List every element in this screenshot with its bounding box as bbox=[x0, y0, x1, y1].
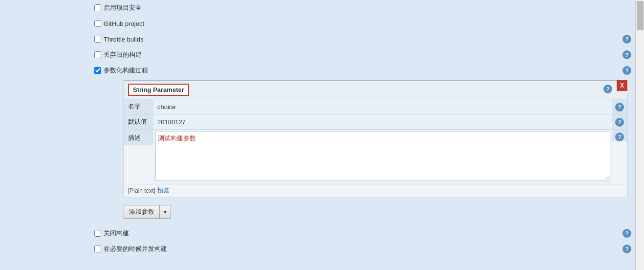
scrollbar[interactable] bbox=[635, 0, 644, 270]
disable-build-row: 关闭构建 ? bbox=[90, 225, 635, 241]
project-security-checkbox[interactable] bbox=[94, 4, 101, 11]
github-project-row: GitHub project bbox=[90, 16, 635, 31]
string-param-header: String Parameter X ? bbox=[124, 81, 627, 99]
param-section: String Parameter X ? 名字 ? bbox=[90, 78, 635, 225]
disable-build-help-icon[interactable]: ? bbox=[623, 229, 631, 238]
add-param-label: 添加参数 bbox=[124, 205, 160, 218]
discard-old-text: 丢弃旧的构建 bbox=[104, 50, 142, 59]
default-help-icon[interactable]: ? bbox=[612, 114, 627, 129]
discard-old-row: 丢弃旧的构建 ? bbox=[90, 47, 635, 63]
trigger-if-necessary-label[interactable]: 在必要的时候并发构建 bbox=[94, 245, 623, 253]
left-spacer bbox=[0, 0, 90, 270]
desc-label: 描述 bbox=[124, 130, 153, 145]
name-input[interactable] bbox=[155, 102, 610, 112]
name-label: 名字 bbox=[124, 99, 153, 114]
preview-link[interactable]: 预览 bbox=[157, 186, 169, 195]
throttle-builds-label[interactable]: Throttle builds bbox=[94, 36, 623, 43]
desc-help-icon[interactable]: ? bbox=[612, 130, 627, 141]
parameterized-checkbox[interactable] bbox=[94, 67, 101, 74]
desc-field-row: 描述 ? bbox=[124, 130, 627, 184]
project-security-text: 启用项目安全 bbox=[104, 3, 142, 12]
discard-old-label[interactable]: 丢弃旧的构建 bbox=[94, 50, 623, 59]
string-param-panel: String Parameter X ? 名字 ? bbox=[124, 80, 627, 198]
throttle-builds-help-icon[interactable]: ? bbox=[623, 35, 631, 44]
parameterized-label[interactable]: 参数化构建过程 bbox=[94, 66, 623, 75]
plain-text-row: [Plain text] 预览 bbox=[124, 184, 627, 198]
default-field-row: 默认值 ? bbox=[124, 114, 627, 130]
content-area: 启用项目安全 GitHub project Throttle builds ? … bbox=[90, 0, 635, 270]
trigger-if-necessary-checkbox[interactable] bbox=[94, 246, 101, 252]
add-param-arrow-icon: ▼ bbox=[160, 207, 171, 217]
default-label: 默认值 bbox=[124, 114, 153, 129]
string-param-title: String Parameter bbox=[128, 84, 189, 96]
parameterized-text: 参数化构建过程 bbox=[104, 66, 148, 75]
main-container: 启用项目安全 GitHub project Throttle builds ? … bbox=[0, 0, 644, 270]
throttle-builds-checkbox[interactable] bbox=[94, 36, 101, 43]
add-param-button[interactable]: 添加参数 ▼ bbox=[124, 205, 171, 219]
default-label-text: 默认值 bbox=[128, 117, 147, 126]
trigger-if-necessary-text: 在必要的时候并发构建 bbox=[104, 245, 167, 253]
throttle-builds-row: Throttle builds ? bbox=[90, 31, 635, 47]
disable-build-label[interactable]: 关闭构建 bbox=[94, 229, 623, 238]
name-field bbox=[153, 99, 612, 114]
discard-old-help-icon[interactable]: ? bbox=[623, 50, 631, 59]
default-field bbox=[153, 114, 612, 129]
string-param-header-help-icon[interactable]: ? bbox=[603, 85, 612, 93]
scrollbar-thumb[interactable] bbox=[637, 1, 644, 30]
parameterized-row: 参数化构建过程 ? bbox=[90, 63, 635, 78]
disable-build-text: 关闭构建 bbox=[104, 229, 129, 238]
discard-old-checkbox[interactable] bbox=[94, 51, 101, 58]
default-input[interactable] bbox=[155, 117, 610, 127]
trigger-if-necessary-help-icon[interactable]: ? bbox=[623, 245, 631, 253]
trigger-if-necessary-row: 在必要的时候并发构建 ? bbox=[90, 241, 635, 257]
project-security-row: 启用项目安全 bbox=[90, 0, 635, 16]
plain-text-label: [Plain text] bbox=[128, 187, 155, 194]
project-security-label[interactable]: 启用项目安全 bbox=[94, 3, 631, 12]
bottom-rows: 关闭构建 ? 在必要的时候并发构建 ? bbox=[90, 225, 635, 257]
parameterized-help-icon[interactable]: ? bbox=[623, 66, 631, 75]
disable-build-checkbox[interactable] bbox=[94, 230, 101, 237]
github-project-label[interactable]: GitHub project bbox=[94, 20, 631, 27]
github-project-text: GitHub project bbox=[104, 20, 144, 27]
close-panel-button[interactable]: X bbox=[617, 80, 627, 91]
name-field-row: 名字 ? bbox=[124, 99, 627, 114]
desc-field bbox=[153, 130, 612, 184]
name-help-icon[interactable]: ? bbox=[612, 99, 627, 114]
github-project-checkbox[interactable] bbox=[94, 20, 101, 27]
throttle-builds-text: Throttle builds bbox=[104, 36, 144, 43]
desc-textarea[interactable] bbox=[155, 132, 610, 180]
add-param-row: 添加参数 ▼ bbox=[94, 202, 631, 222]
desc-label-text: 描述 bbox=[128, 134, 141, 142]
name-label-text: 名字 bbox=[128, 102, 141, 111]
